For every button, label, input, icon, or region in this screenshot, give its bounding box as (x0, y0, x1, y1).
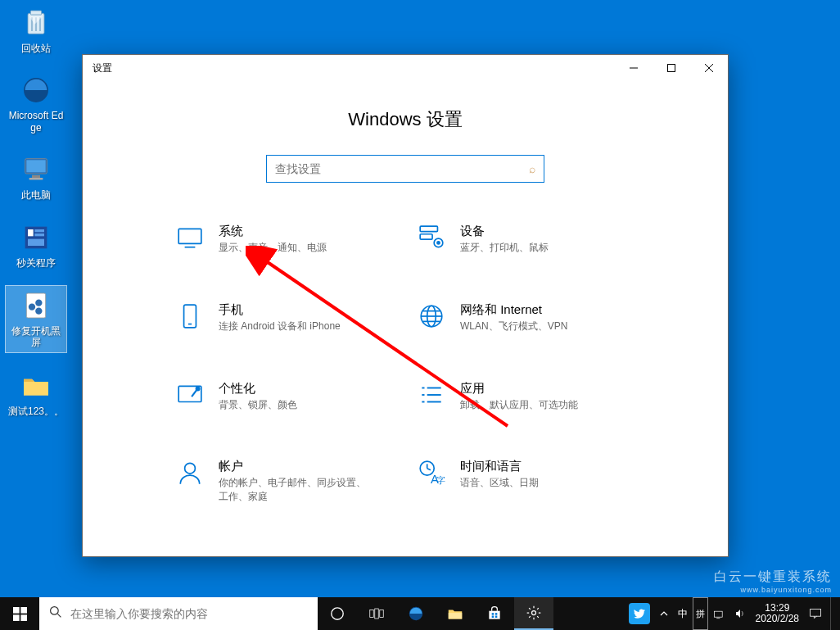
tray-volume-icon[interactable] (729, 597, 751, 630)
search-icon: ⌕ (529, 162, 535, 175)
svg-rect-64 (495, 616, 498, 619)
settings-category-accounts[interactable]: 帐户 你的帐户、电子邮件、同步设置、工作、家庭 (176, 459, 393, 504)
desktop-icon-label: 秒关程序 (16, 257, 56, 269)
category-desc: 卸载、默认应用、可选功能 (460, 398, 578, 412)
person-icon (176, 459, 204, 487)
taskbar-cortana[interactable] (318, 597, 357, 630)
svg-rect-63 (492, 616, 495, 619)
svg-rect-9 (34, 229, 44, 232)
svg-rect-68 (811, 609, 821, 616)
category-title: 帐户 (219, 459, 366, 474)
tray-network-icon[interactable] (708, 597, 729, 630)
settings-category-time-language[interactable]: A字 时间和语言 语音、区域、日期 (418, 459, 635, 504)
svg-rect-10 (34, 233, 44, 236)
devices-icon (418, 224, 445, 252)
svg-rect-61 (492, 613, 495, 615)
svg-rect-20 (178, 229, 201, 243)
svg-point-15 (35, 307, 42, 314)
tray-chevron-up[interactable] (655, 597, 673, 630)
taskbar-settings[interactable] (514, 597, 553, 630)
taskbar-file-explorer[interactable] (436, 597, 475, 630)
windows-logo-icon (13, 607, 27, 621)
desktop-icon-label: 测试123。。 (8, 406, 64, 417)
taskbar-search-input[interactable] (70, 607, 308, 620)
tray-ime-lang[interactable]: 中 (673, 597, 693, 630)
svg-rect-56 (370, 610, 374, 618)
svg-rect-8 (28, 229, 34, 236)
svg-point-55 (332, 608, 343, 619)
svg-point-65 (532, 611, 536, 615)
desktop-icon-test-folder[interactable]: 测试123。。 (5, 366, 67, 420)
svg-rect-60 (449, 613, 463, 619)
svg-point-34 (196, 387, 199, 390)
show-desktop-button[interactable] (830, 597, 835, 630)
desktop-icon-kill-app[interactable]: 秒关程序 (5, 218, 67, 272)
tray-twitter[interactable] (629, 603, 650, 624)
svg-rect-5 (32, 175, 40, 178)
category-title: 设备 (460, 224, 549, 239)
taskbar-task-view[interactable] (357, 597, 396, 630)
category-title: 个性化 (219, 381, 297, 397)
tray-action-center[interactable] (804, 597, 827, 630)
svg-text:字: 字 (436, 475, 445, 485)
svg-rect-52 (20, 614, 27, 621)
taskbar-search-box[interactable] (39, 597, 318, 630)
desktop-icon-edge[interactable]: Microsoft Edge (5, 70, 67, 137)
svg-rect-49 (13, 607, 20, 614)
apps-icon (418, 381, 445, 409)
minimize-button[interactable] (615, 55, 653, 81)
taskbar: 中 拼 13:29 2020/2/28 (0, 597, 840, 630)
desktop-icon-label: Microsoft Edge (7, 110, 65, 134)
category-title: 网络和 Internet (460, 302, 567, 318)
settings-category-network[interactable]: 网络和 Internet WLAN、飞行模式、VPN (418, 302, 635, 333)
svg-rect-11 (28, 238, 44, 245)
settings-category-apps[interactable]: 应用 卸载、默认应用、可选功能 (418, 381, 635, 412)
desktop-icon-label: 修复开机黑屏 (7, 325, 65, 349)
computer-icon (20, 153, 52, 186)
maximize-button[interactable] (653, 55, 690, 81)
svg-rect-1 (30, 11, 41, 15)
svg-point-13 (29, 303, 35, 310)
svg-point-53 (51, 607, 59, 615)
bat-file-icon (20, 289, 52, 322)
category-title: 系统 (219, 224, 327, 239)
svg-rect-66 (714, 611, 722, 617)
svg-rect-17 (668, 65, 675, 72)
window-titlebar[interactable]: 设置 (83, 55, 728, 81)
settings-window: 设置 Windows 设置 ⌕ 系统 显示、声音、通知、电源 (82, 54, 729, 557)
svg-rect-51 (13, 614, 20, 621)
search-icon (49, 605, 62, 622)
recycle-bin-icon (20, 7, 52, 39)
globe-icon (418, 302, 445, 330)
svg-line-54 (57, 614, 61, 617)
desktop-icon-recycle-bin[interactable]: 回收站 (5, 3, 67, 57)
tray-ime-input[interactable]: 拼 (693, 597, 708, 630)
edge-icon (20, 74, 52, 107)
settings-search-box[interactable]: ⌕ (266, 155, 544, 183)
desktop-icon-label: 此电脑 (21, 189, 51, 201)
settings-category-phone[interactable]: 手机 连接 Android 设备和 iPhone (176, 302, 393, 333)
settings-search-input[interactable] (275, 162, 529, 175)
category-title: 应用 (460, 381, 578, 397)
window-title: 设置 (93, 61, 112, 75)
settings-category-personalization[interactable]: 个性化 背景、锁屏、颜色 (176, 381, 393, 412)
category-desc: 背景、锁屏、颜色 (219, 398, 297, 412)
desktop-icon-this-pc[interactable]: 此电脑 (5, 150, 67, 204)
svg-rect-6 (29, 178, 43, 180)
category-desc: 语音、区域、日期 (460, 476, 539, 490)
taskbar-store[interactable] (475, 597, 514, 630)
close-button[interactable] (690, 55, 728, 81)
system-tray: 中 拼 13:29 2020/2/28 (629, 597, 840, 630)
time-language-icon: A字 (418, 459, 445, 487)
start-button[interactable] (0, 597, 39, 630)
desktop-icon-fix-blackscreen[interactable]: 修复开机黑屏 (5, 285, 67, 353)
tray-clock[interactable]: 13:29 2020/2/28 (751, 597, 804, 630)
svg-rect-57 (375, 609, 379, 619)
settings-category-devices[interactable]: 设备 蓝牙、打印机、鼠标 (418, 224, 635, 255)
taskbar-edge[interactable] (396, 597, 436, 630)
svg-point-41 (185, 464, 196, 474)
settings-category-system[interactable]: 系统 显示、声音、通知、电源 (176, 224, 393, 255)
paintbrush-icon (176, 381, 204, 409)
svg-rect-23 (420, 234, 432, 239)
svg-point-25 (437, 242, 440, 244)
